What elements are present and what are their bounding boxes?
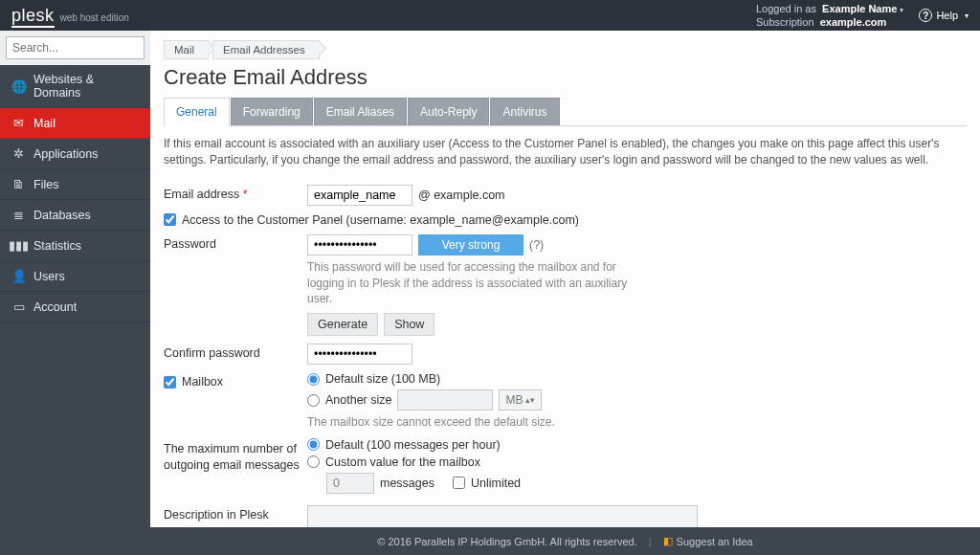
tab-antivirus[interactable]: Antivirus <box>490 98 559 125</box>
top-bar: plesk web host edition Logged in as Exam… <box>0 0 980 31</box>
help-icon: ? <box>919 9 932 22</box>
mailbox-checkbox[interactable] <box>164 376 176 388</box>
user-name: Example Name <box>822 3 897 14</box>
show-password-button[interactable]: Show <box>384 313 434 336</box>
confirm-password-input[interactable] <box>307 344 412 365</box>
tab-forwarding[interactable]: Forwarding <box>231 98 313 125</box>
outgoing-value-input[interactable] <box>326 473 374 494</box>
chevron-down-icon: ▾ <box>965 11 969 20</box>
sidebar-item-applications[interactable]: ✲Applications <box>0 139 150 169</box>
subscription-name: example.com <box>820 16 887 28</box>
outgoing-custom-label: Custom value for the mailbox <box>325 455 480 469</box>
envelope-icon: ✉ <box>11 116 26 130</box>
description-textarea[interactable] <box>307 505 698 527</box>
outgoing-unlimited-label: Unlimited <box>471 477 521 490</box>
chevron-down-icon: ▾ <box>900 6 903 14</box>
tabs: General Forwarding Email Aliases Auto-Re… <box>164 98 967 126</box>
bars-icon: ▮▮▮ <box>11 238 26 253</box>
password-label: Password <box>164 234 307 251</box>
email-address-label: Email address * <box>164 185 307 201</box>
outgoing-label: The maximum number of outgoing email mes… <box>164 438 307 474</box>
outgoing-unit-label: messages <box>380 477 434 490</box>
folder-icon: 🗎 <box>11 177 26 191</box>
tab-auto-reply[interactable]: Auto-Reply <box>408 98 489 125</box>
sidebar-item-databases[interactable]: ≣Databases <box>0 200 150 231</box>
mailbox-default-label: Default size (100 MB) <box>325 372 440 386</box>
sidebar-item-users[interactable]: 👤Users <box>0 261 150 292</box>
mailbox-size-another-radio[interactable] <box>307 394 320 407</box>
login-info[interactable]: Logged in as Example Name▾ Subscription … <box>756 2 903 30</box>
sidebar-item-statistics[interactable]: ▮▮▮Statistics <box>0 231 150 261</box>
access-customer-panel-label: Access to the Customer Panel (username: … <box>182 213 579 227</box>
intro-note: If this email account is associated with… <box>164 136 967 169</box>
mailbox-unit-select[interactable]: MB▴▾ <box>499 389 542 411</box>
globe-icon: 🌐 <box>11 79 26 94</box>
sidebar-item-websites-domains[interactable]: 🌐Websites & Domains <box>0 65 150 108</box>
sidebar-item-account[interactable]: ▭Account <box>0 292 150 322</box>
generate-password-button[interactable]: Generate <box>307 313 378 336</box>
outgoing-unlimited-checkbox[interactable] <box>453 477 465 489</box>
lightbulb-icon: ◧ <box>663 535 673 547</box>
outgoing-custom-radio[interactable] <box>307 455 320 468</box>
sidebar-item-mail[interactable]: ✉Mail <box>0 108 150 139</box>
tab-general[interactable]: General <box>164 98 230 126</box>
search-input[interactable] <box>7 41 162 55</box>
page-title: Create Email Address <box>164 65 967 90</box>
sidebar-item-files[interactable]: 🗎Files <box>0 169 150 200</box>
breadcrumb-email-addresses[interactable]: Email Addresses <box>212 40 320 59</box>
breadcrumb: Mail Email Addresses <box>164 40 967 59</box>
content: Mail Email Addresses Create Email Addres… <box>150 31 980 555</box>
footer-copyright: © 2016 Parallels IP Holdings GmbH. All r… <box>377 536 636 547</box>
breadcrumb-mail[interactable]: Mail <box>164 40 209 59</box>
outgoing-default-radio[interactable] <box>307 438 320 451</box>
password-help-icon[interactable]: (?) <box>529 238 544 252</box>
nav-list: 🌐Websites & Domains ✉Mail ✲Applications … <box>0 65 150 322</box>
confirm-password-label: Confirm password <box>164 344 307 360</box>
access-customer-panel-checkbox[interactable] <box>164 213 176 226</box>
outgoing-default-label: Default (100 messages per hour) <box>325 438 501 452</box>
footer: © 2016 Parallels IP Holdings GmbH. All r… <box>150 527 980 555</box>
mailbox-size-note: The mailbox size cannot exceed the defau… <box>307 414 967 431</box>
sidebar: 🌐Websites & Domains ✉Mail ✲Applications … <box>0 31 150 555</box>
apps-icon: ✲ <box>11 146 26 161</box>
description-label: Description in Plesk <box>164 505 307 522</box>
email-domain-suffix: @ example.com <box>418 189 505 202</box>
user-icon: 👤 <box>11 269 26 283</box>
brand: plesk web host edition <box>11 6 129 26</box>
mailbox-size-input[interactable] <box>397 389 493 411</box>
brand-edition: web host edition <box>60 12 129 23</box>
suggest-idea-link[interactable]: ◧Suggest an Idea <box>663 535 753 547</box>
tab-email-aliases[interactable]: Email Aliases <box>314 98 407 125</box>
mailbox-label-wrap: Mailbox <box>164 372 307 388</box>
mailbox-another-label: Another size <box>325 393 391 407</box>
database-icon: ≣ <box>11 208 26 222</box>
mailbox-size-default-radio[interactable] <box>307 373 320 386</box>
brand-name: plesk <box>11 6 55 26</box>
password-hint: This password will be used for accessing… <box>307 259 652 307</box>
card-icon: ▭ <box>11 300 26 314</box>
password-strength-meter: Very strong <box>418 234 523 255</box>
help-menu[interactable]: ? Help▾ <box>919 9 969 22</box>
search-box <box>6 36 145 59</box>
password-input[interactable] <box>307 234 412 255</box>
email-localpart-input[interactable] <box>307 185 412 206</box>
